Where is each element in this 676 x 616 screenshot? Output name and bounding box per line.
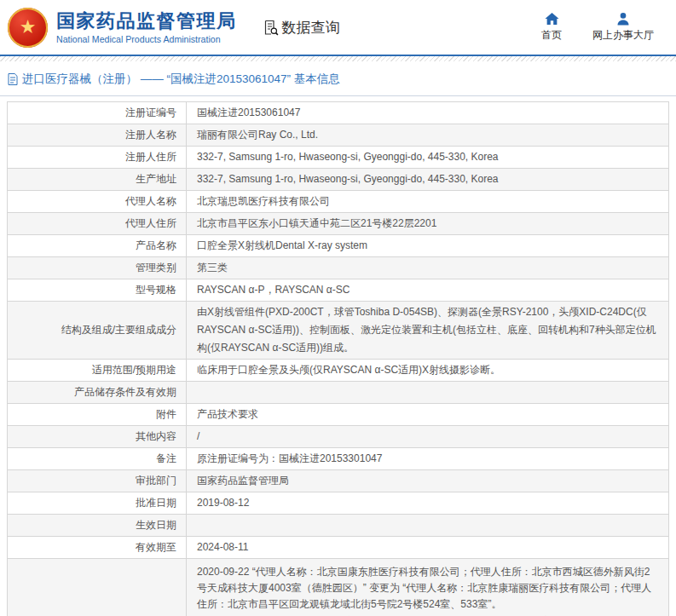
row-label: 有效期至 (136, 540, 176, 555)
table-row: 代理人名称 北京瑞思凯医疗科技有限公司 (8, 191, 668, 213)
row-label: 生效日期 (136, 518, 176, 533)
home-icon (545, 12, 559, 26)
table-row: 审批部门 国家药品监督管理局 (8, 470, 668, 492)
row-value: 2024-08-11 (197, 540, 249, 554)
row-label: 产品储存条件及有效期 (74, 385, 176, 400)
nav-item-label: 网上办事大厅 (592, 28, 654, 43)
table-row: 注册人名称 瑞丽有限公司Ray Co., Ltd. (8, 124, 668, 147)
row-label: 附件 (156, 407, 176, 422)
data-query-label: 数据查询 (282, 18, 340, 37)
row-label: 管理类别 (136, 261, 176, 275)
row-value: RAYSCAN α-P，RAYSCAN α-SC (197, 283, 350, 296)
table-row: 注册人住所 332-7, Samsung 1-ro, Hwaseong-si, … (8, 147, 668, 169)
agency-title-block: 国家药品监督管理局 National Medical Products Admi… (56, 10, 237, 43)
table-row: 变更情况 2020-09-22 “代理人名称：北京国康东胜医疗科技有限公司；代理… (8, 559, 668, 616)
document-search-icon (263, 20, 279, 36)
row-label: 代理人名称 (125, 194, 176, 209)
row-value: 332-7, Samsung 1-ro, Hwaseong-si, Gyeong… (197, 150, 499, 164)
user-icon (616, 12, 630, 26)
agency-title: 国家药品监督管理局 (56, 10, 237, 32)
row-label: 注册人住所 (125, 150, 176, 164)
table-row: 附件 产品技术要求 (8, 404, 668, 426)
table-row: 管理类别 第三类 (8, 257, 668, 279)
row-value: 第三类 (197, 261, 228, 274)
row-label: 其他内容 (136, 429, 176, 444)
data-query-tab[interactable]: 数据查询 (263, 18, 340, 37)
row-value: 2020-09-22 “代理人名称：北京国康东胜医疗科技有限公司；代理人住所：北… (197, 564, 658, 616)
nav-item-home[interactable]: 首页 (541, 12, 562, 43)
row-value: 原注册证编号为：国械注进20153301047 (197, 452, 382, 465)
header-nav: 首页 网上办事大厅 (541, 12, 676, 43)
row-label: 适用范围/预期用途 (92, 363, 176, 377)
page-header: ★ 国家药品监督管理局 National Medical Products Ad… (0, 0, 676, 56)
table-row: 注册证编号 国械注进20153061047 (8, 102, 668, 124)
registration-detail-table: 注册证编号 国械注进20153061047 注册人名称 瑞丽有限公司Ray Co… (7, 101, 669, 616)
agency-subtitle: National Medical Products Administration (56, 34, 237, 44)
table-row: 产品储存条件及有效期 (8, 382, 668, 404)
table-row: 生产地址 332-7, Samsung 1-ro, Hwaseong-si, G… (8, 169, 668, 191)
row-label: 结构及组成/主要组成成分 (61, 323, 176, 337)
row-label: 备注 (156, 452, 176, 466)
breadcrumb-text: 进口医疗器械（注册） —— “国械注进20153061047” 基本信息 (22, 72, 340, 87)
table-row: 其他内容 / (8, 426, 668, 448)
table-row: 产品名称 口腔全景X射线机Dental X-ray system (8, 235, 668, 257)
row-value: 口腔全景X射线机Dental X-ray system (197, 239, 367, 252)
table-row: 批准日期 2019-08-12 (8, 492, 668, 515)
table-row: 生效日期 (8, 515, 668, 537)
document-icon (8, 73, 18, 85)
table-row: 型号规格 RAYSCAN α-P，RAYSCAN α-SC (8, 279, 668, 302)
row-label: 审批部门 (136, 474, 176, 488)
row-value: 北京市昌平区东小口镇天通中苑二区21号楼22层2201 (197, 216, 436, 230)
row-value: 国械注进20153061047 (197, 106, 300, 119)
row-label: 生产地址 (136, 172, 176, 187)
nmpa-emblem-logo: ★ (8, 8, 48, 48)
table-row: 代理人住所 北京市昌平区东小口镇天通中苑二区21号楼22层2201 (8, 213, 668, 235)
table-rows: 注册证编号 国械注进20153061047 注册人名称 瑞丽有限公司Ray Co… (8, 102, 668, 616)
row-label: 注册人名称 (125, 128, 176, 142)
row-value: 由X射线管组件(PXD-200CT，球管Toshiba D-054SB)、探测器… (197, 303, 658, 357)
breadcrumb: 进口医疗器械（注册） —— “国械注进20153061047” 基本信息 (0, 61, 676, 96)
row-value: 临床用于口腔全景及头颅(仅RAYSCAN α-SC适用)X射线摄影诊断。 (197, 363, 500, 377)
row-value: 国家药品监督管理局 (197, 474, 289, 487)
row-label: 批准日期 (136, 496, 176, 510)
table-row: 备注 原注册证编号为：国械注进20153301047 (8, 448, 668, 470)
row-value: / (197, 429, 199, 443)
row-label: 注册证编号 (125, 106, 176, 120)
table-row: 有效期至 2024-08-11 (8, 537, 668, 559)
nav-item-label: 首页 (541, 28, 562, 43)
row-label: 型号规格 (136, 283, 176, 297)
row-value: 北京瑞思凯医疗科技有限公司 (197, 194, 330, 208)
row-label: 产品名称 (136, 239, 176, 253)
table-row: 适用范围/预期用途 临床用于口腔全景及头颅(仅RAYSCAN α-SC适用)X射… (8, 360, 668, 382)
nav-item-service-hall[interactable]: 网上办事大厅 (592, 12, 654, 43)
table-row: 结构及组成/主要组成成分 由X射线管组件(PXD-200CT，球管Toshiba… (8, 302, 668, 360)
row-value: 2019-08-12 (197, 496, 249, 509)
row-label: 代理人住所 (125, 216, 176, 231)
row-value: 产品技术要求 (197, 407, 258, 421)
row-value: 瑞丽有限公司Ray Co., Ltd. (197, 128, 318, 141)
row-value: 332-7, Samsung 1-ro, Hwaseong-si, Gyeong… (197, 172, 499, 186)
